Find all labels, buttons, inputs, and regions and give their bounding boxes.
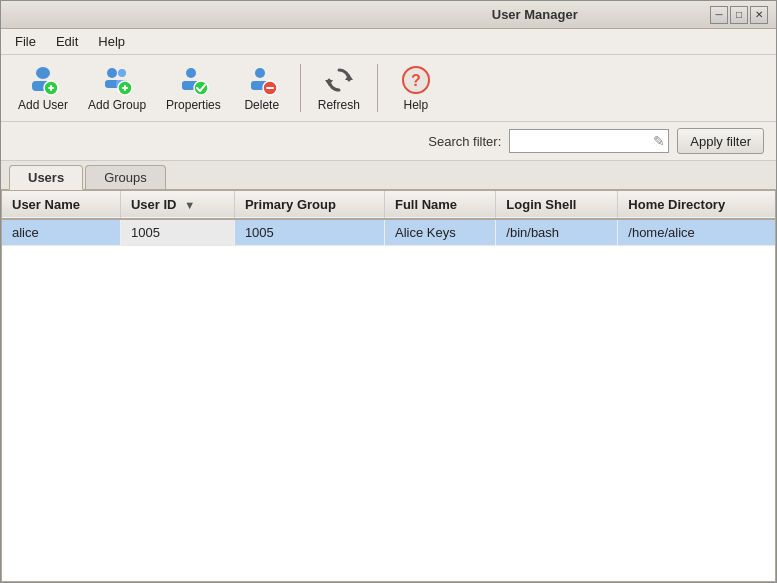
add-group-button[interactable]: Add Group [79, 59, 155, 117]
titlebar-buttons: ─ □ ✕ [710, 6, 768, 24]
menubar: File Edit Help [1, 29, 776, 55]
col-header-primary-group[interactable]: Primary Group [234, 191, 384, 219]
cell-home-directory: /home/alice [618, 219, 775, 246]
toolbar-separator-2 [377, 64, 378, 112]
svg-rect-0 [36, 67, 50, 79]
add-user-label: Add User [18, 98, 68, 112]
properties-button[interactable]: Properties [157, 59, 230, 117]
filter-label: Search filter: [428, 134, 501, 149]
toolbar: Add User Add Group [1, 55, 776, 122]
titlebar: User Manager ─ □ ✕ [1, 1, 776, 29]
tabs-bar: Users Groups [1, 161, 776, 190]
svg-text:?: ? [411, 72, 421, 89]
apply-filter-button[interactable]: Apply filter [677, 128, 764, 154]
help-icon: ? [400, 64, 432, 96]
search-input[interactable] [509, 129, 669, 153]
add-user-button[interactable]: Add User [9, 59, 77, 117]
col-header-username[interactable]: User Name [2, 191, 120, 219]
maximize-button[interactable]: □ [730, 6, 748, 24]
delete-button[interactable]: Delete [232, 59, 292, 117]
filter-input-wrap: ✎ [509, 129, 669, 153]
table-body: alice 1005 1005 Alice Keys /bin/bash /ho… [2, 219, 775, 246]
sort-arrow-userid: ▼ [184, 199, 195, 211]
menu-edit[interactable]: Edit [46, 31, 88, 52]
users-table-area: User Name User ID ▼ Primary Group Full N… [1, 190, 776, 582]
table-row[interactable]: alice 1005 1005 Alice Keys /bin/bash /ho… [2, 219, 775, 246]
help-label: Help [403, 98, 428, 112]
users-table: User Name User ID ▼ Primary Group Full N… [2, 191, 775, 246]
svg-rect-4 [50, 85, 52, 91]
cell-login-shell: /bin/bash [496, 219, 618, 246]
refresh-icon [323, 64, 355, 96]
close-button[interactable]: ✕ [750, 6, 768, 24]
svg-point-15 [255, 68, 265, 78]
add-group-icon [101, 64, 133, 96]
clear-filter-icon[interactable]: ✎ [653, 133, 665, 149]
menu-help[interactable]: Help [88, 31, 135, 52]
svg-point-12 [186, 68, 196, 78]
cell-primary-group: 1005 [234, 219, 384, 246]
main-window: User Manager ─ □ ✕ File Edit Help [0, 0, 777, 583]
delete-label: Delete [244, 98, 279, 112]
col-header-full-name[interactable]: Full Name [384, 191, 495, 219]
col-header-userid[interactable]: User ID ▼ [120, 191, 234, 219]
menu-file[interactable]: File [5, 31, 46, 52]
add-group-label: Add Group [88, 98, 146, 112]
filter-bar: Search filter: ✎ Apply filter [1, 122, 776, 161]
cell-userid: 1005 [120, 219, 234, 246]
help-button[interactable]: ? Help [386, 59, 446, 117]
cell-full-name: Alice Keys [384, 219, 495, 246]
svg-rect-18 [266, 87, 274, 89]
svg-point-7 [118, 69, 126, 77]
refresh-button[interactable]: Refresh [309, 59, 369, 117]
properties-icon [177, 64, 209, 96]
refresh-label: Refresh [318, 98, 360, 112]
svg-point-5 [107, 68, 117, 78]
tab-users[interactable]: Users [9, 165, 83, 190]
toolbar-separator [300, 64, 301, 112]
minimize-button[interactable]: ─ [710, 6, 728, 24]
delete-icon [246, 64, 278, 96]
col-header-login-shell[interactable]: Login Shell [496, 191, 618, 219]
tab-groups[interactable]: Groups [85, 165, 166, 189]
window-title: User Manager [360, 7, 711, 22]
table-header-row: User Name User ID ▼ Primary Group Full N… [2, 191, 775, 219]
svg-rect-11 [124, 85, 126, 91]
properties-label: Properties [166, 98, 221, 112]
add-user-icon [27, 64, 59, 96]
cell-username: alice [2, 219, 120, 246]
col-header-home-directory[interactable]: Home Directory [618, 191, 775, 219]
